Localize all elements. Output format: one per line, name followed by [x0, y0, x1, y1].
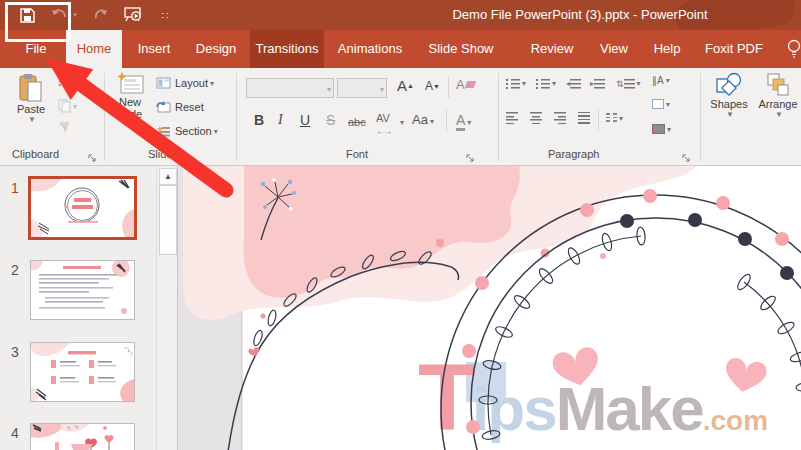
slides-group-label: Slides	[148, 148, 178, 160]
thumbnail-row-3[interactable]: 3	[0, 342, 135, 402]
slide-3-art	[31, 343, 134, 401]
paste-button[interactable]: Paste ▼	[8, 73, 54, 124]
align-left-button[interactable]	[506, 112, 518, 124]
thumbnail-scrollbar[interactable]: ▲	[156, 166, 178, 450]
font-color-button[interactable]: A▾	[456, 112, 471, 131]
font-name-combobox[interactable]: ▾	[246, 78, 334, 98]
columns-button[interactable]: ▾	[606, 113, 623, 124]
decrease-font-size-button[interactable]: A▼	[425, 79, 440, 93]
new-slide-label: New Slide	[112, 96, 148, 120]
section-icon	[156, 125, 171, 137]
tab-help[interactable]: Help	[644, 30, 690, 68]
slide-3-thumbnail[interactable]	[30, 342, 135, 402]
slide-number: 2	[0, 260, 30, 320]
layout-button[interactable]: Layout▾	[156, 77, 214, 89]
font-group-label: Font	[346, 148, 368, 160]
slide-number: 1	[0, 178, 30, 238]
title-bar: ▾ ⸬ Demo File PowerPoint (3).pptx - Powe…	[0, 0, 801, 30]
section-label: Section	[175, 125, 212, 137]
tab-design[interactable]: Design	[186, 30, 246, 68]
dandelion-doodle	[261, 182, 292, 240]
text-direction-button[interactable]: ∥A▾	[652, 75, 670, 86]
workspace: 1 2	[0, 166, 801, 450]
ribbon-tab-bar: File Home Insert Design Transitions Anim…	[0, 30, 801, 68]
ribbon: Paste ▼ ✂ ▾ Clipboard New Slide ▼ Layout…	[0, 68, 801, 166]
wreath-leaf-vine	[479, 227, 801, 441]
change-case-button[interactable]: Aa▾	[412, 112, 434, 127]
decrease-indent-icon[interactable]: ◂	[566, 78, 581, 89]
arrange-label: Arrange	[758, 98, 797, 110]
text-shadow-abc-button[interactable]: abc	[348, 116, 366, 128]
reset-label: Reset	[175, 101, 204, 113]
reset-button[interactable]: Reset	[156, 101, 204, 113]
slide-thumbnail-panel: 1 2	[0, 166, 156, 450]
tell-me-lightbulb-icon[interactable]	[786, 38, 801, 64]
slide-4-art	[31, 424, 134, 450]
font-size-combobox[interactable]: ▾	[337, 78, 387, 98]
thumbnail-row-4[interactable]: 4	[0, 423, 135, 450]
align-text-button[interactable]: ▾	[652, 99, 670, 109]
align-center-button[interactable]	[530, 112, 542, 124]
align-right-button[interactable]	[554, 112, 566, 124]
right-heart	[722, 356, 768, 395]
paste-dropdown-arrow: ▼	[28, 115, 36, 124]
slide-number: 4	[0, 423, 30, 450]
file-tab-highlight-box	[5, 2, 71, 42]
tab-home[interactable]: Home	[66, 30, 122, 68]
font-dialog-launcher[interactable]	[466, 149, 476, 159]
bold-button[interactable]: B	[254, 112, 264, 128]
format-painter-icon[interactable]	[58, 121, 71, 134]
redo-icon[interactable]	[92, 6, 110, 24]
paste-label: Paste	[17, 103, 45, 115]
line-spacing-button[interactable]: ⇅▾	[616, 78, 641, 89]
tab-transitions[interactable]: Transitions	[250, 30, 324, 68]
wreath-dark-dots	[620, 213, 794, 280]
clear-formatting-button[interactable]: A	[456, 77, 475, 92]
tab-foxit-pdf[interactable]: Foxit PDF	[698, 30, 770, 68]
layout-icon	[156, 77, 171, 89]
clipboard-group-label: Clipboard	[12, 148, 59, 160]
new-slide-button[interactable]: New Slide ▼	[108, 72, 152, 129]
arrange-icon	[765, 72, 791, 98]
slide-2-thumbnail[interactable]	[30, 260, 135, 320]
slide-4-thumbnail[interactable]	[30, 423, 135, 450]
clipboard-dialog-launcher[interactable]	[88, 149, 98, 159]
scrollbar-thumb[interactable]	[159, 185, 177, 255]
numbering-button[interactable]: ▾	[536, 78, 556, 89]
increase-indent-icon[interactable]: ▸	[590, 78, 605, 89]
thumbnail-row-2[interactable]: 2	[0, 260, 135, 320]
tab-slide-show[interactable]: Slide Show	[420, 30, 502, 68]
convert-smartart-button[interactable]: ▾	[652, 124, 671, 134]
undo-menu-icon[interactable]: ▾	[72, 6, 78, 24]
tab-insert[interactable]: Insert	[128, 30, 180, 68]
new-slide-dropdown-arrow: ▼	[127, 120, 135, 129]
strikethrough-button[interactable]: S	[326, 112, 335, 128]
character-spacing-button[interactable]: AV←→	[376, 112, 392, 136]
window-title: Demo File PowerPoint (3).pptx - PowerPoi…	[400, 0, 760, 30]
tab-view[interactable]: View	[590, 30, 638, 68]
reset-icon	[156, 101, 171, 113]
bullets-button[interactable]: ▾	[506, 78, 526, 89]
justify-button[interactable]	[578, 112, 590, 124]
left-heart	[551, 345, 603, 390]
underline-button[interactable]: U	[300, 112, 310, 128]
customize-qat-icon[interactable]: ⸬	[156, 6, 174, 24]
tab-review[interactable]: Review	[520, 30, 584, 68]
shapes-button[interactable]: Shapes ▼	[706, 72, 752, 119]
thumbnail-row-1[interactable]: 1	[0, 178, 135, 238]
copy-icon[interactable]: ▾	[58, 99, 77, 113]
increase-font-size-button[interactable]: A▲	[397, 77, 414, 94]
tab-animations[interactable]: Animations	[330, 30, 410, 68]
italic-button[interactable]: I	[278, 112, 283, 128]
slide-1-thumbnail[interactable]	[28, 176, 137, 240]
slide-1-art	[31, 179, 134, 237]
scrollbar-up-arrow[interactable]: ▲	[159, 168, 177, 185]
start-slideshow-icon[interactable]	[124, 6, 142, 24]
paragraph-group-label: Paragraph	[548, 148, 599, 160]
slide-canvas[interactable]: TipsMake.com	[178, 166, 801, 450]
arrange-button[interactable]: Arrange ▼	[754, 72, 801, 119]
section-button[interactable]: Section▾	[156, 125, 218, 137]
cut-icon[interactable]: ✂	[58, 76, 69, 91]
paragraph-dialog-launcher[interactable]	[682, 149, 692, 159]
shapes-icon	[715, 72, 743, 98]
